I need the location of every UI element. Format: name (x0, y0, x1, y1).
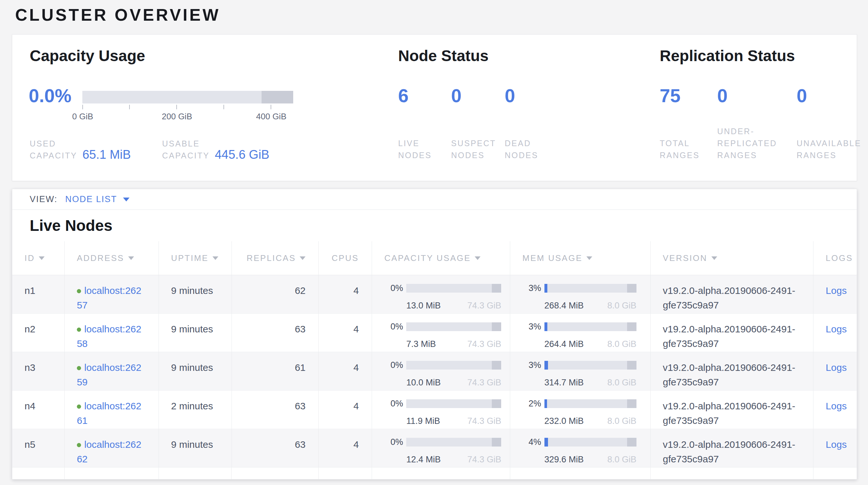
node-capacity-usage-cell: 0% 12.4 MiB74.3 GiB (372, 429, 510, 467)
axis-tick-label: 0 GiB (72, 112, 93, 121)
node-replicas-cell: 63 (232, 429, 319, 467)
capacity-mini-bar (406, 361, 501, 370)
capacity-usage-bar (82, 91, 293, 104)
logs-link[interactable]: Logs (826, 324, 847, 334)
column-header-version[interactable]: VERSION (651, 241, 814, 275)
column-header-id[interactable]: ID (12, 241, 65, 275)
node-id-cell: n1 (12, 275, 65, 313)
node-id-cell: n4 (12, 391, 65, 429)
dead-nodes-count: 0 (505, 86, 538, 106)
sort-arrow-icon (300, 256, 306, 260)
node-uptime-cell: 9 minutes (159, 352, 232, 390)
live-nodes-count: 6 (398, 86, 432, 106)
live-status-dot (77, 404, 81, 409)
node-uptime-cell: 2 minutes (159, 391, 232, 429)
node-address-link[interactable]: localhost:26262 (77, 439, 142, 464)
column-header-mem-usage[interactable]: MEM USAGE (510, 241, 651, 275)
live-status-dot (77, 366, 81, 370)
logs-link[interactable]: Logs (826, 401, 847, 411)
node-address-cell: localhost:26262 (65, 429, 159, 467)
column-header-capacity-usage[interactable]: CAPACITY USAGE (372, 241, 510, 275)
node-uptime-cell: 9 minutes (159, 429, 232, 467)
node-version-cell: v19.2.0-alpha.20190606-2491-gfe735c9a97 (651, 275, 814, 313)
node-list-card: VIEW: NODE LIST Live Nodes ID ADDRESS UP… (12, 189, 857, 480)
logs-link[interactable]: Logs (826, 285, 847, 296)
column-header-replicas[interactable]: REPLICAS (232, 241, 319, 275)
view-bar: VIEW: NODE LIST (12, 189, 857, 210)
used-capacity-value: 65.1 MiB (82, 148, 131, 161)
node-address-link[interactable]: localhost:26258 (77, 324, 142, 349)
node-cpus-cell: 4 (319, 275, 372, 313)
node-address-cell: localhost:26259 (65, 352, 159, 390)
node-uptime-cell: 9 minutes (159, 314, 232, 352)
node-replicas-cell: 63 (232, 391, 319, 429)
usable-capacity-value: 445.6 GiB (215, 148, 269, 161)
column-header-address[interactable]: ADDRESS (65, 241, 159, 275)
node-cpus-cell: 4 (319, 429, 372, 467)
logs-link[interactable]: Logs (826, 439, 847, 450)
table-header-row: ID ADDRESS UPTIME REPLICAS CPUS CAPACITY… (12, 241, 857, 275)
logs-link[interactable]: Logs (826, 362, 847, 373)
total-ranges-label: TOTAL RANGES (660, 137, 700, 161)
total-ranges-metric: 75 TOTAL RANGES (660, 86, 700, 161)
node-address-link[interactable]: localhost:26257 (77, 285, 142, 310)
table-row-partial (12, 467, 857, 480)
live-nodes-section-header: Live Nodes (12, 210, 857, 241)
capacity-mini-bar (406, 438, 501, 447)
node-address-cell: localhost:26257 (65, 275, 159, 313)
used-capacity-stat: USED CAPACITY 65.1 MiB (30, 138, 131, 162)
memory-mini-bar (545, 284, 637, 293)
cluster-summary-card: Capacity Usage 0.0% 0 GiB 200 GiB 400 Gi… (12, 34, 857, 181)
node-capacity-usage-cell: 0% 10.0 MiB74.3 GiB (372, 352, 510, 390)
node-capacity-usage-cell: 0% 13.0 MiB74.3 GiB (372, 275, 510, 313)
live-status-dot (77, 443, 81, 447)
sort-arrow-icon (128, 256, 134, 260)
sort-arrow-icon (711, 256, 717, 260)
live-nodes-label: LIVE NODES (398, 137, 432, 161)
node-version-cell: v19.2.0-alpha.20190606-2491-gfe735c9a97 (651, 352, 814, 390)
node-replicas-cell: 63 (232, 314, 319, 352)
node-cpus-cell: 4 (319, 391, 372, 429)
node-mem-usage-cell: 2% 232.0 MiB8.0 GiB (510, 391, 651, 429)
node-logs-cell: Logs (813, 275, 857, 313)
replication-status-heading: Replication Status (660, 46, 795, 66)
node-mem-usage-cell: 4% 329.6 MiB8.0 GiB (510, 429, 651, 467)
capacity-usage-heading: Capacity Usage (30, 46, 145, 66)
chevron-down-icon (123, 198, 129, 201)
node-logs-cell: Logs (813, 352, 857, 390)
view-label: VIEW: (30, 194, 58, 204)
sort-arrow-icon (213, 256, 218, 260)
table-row: n2 localhost:26258 9 minutes 63 4 0% 7.3… (12, 314, 857, 352)
node-id-cell: n5 (12, 429, 65, 467)
view-mode-dropdown[interactable]: NODE LIST (65, 194, 129, 204)
sort-arrow-icon (39, 256, 44, 260)
memory-mini-bar (545, 361, 637, 370)
cluster-overview-page: CLUSTER OVERVIEW Capacity Usage 0.0% 0 G… (0, 0, 868, 485)
under-replicated-ranges-metric: 0 UNDER- REPLICATED RANGES (717, 86, 777, 161)
unavailable-ranges-count: 0 (797, 86, 861, 106)
node-status-heading: Node Status (398, 46, 489, 66)
table-row: n3 localhost:26259 9 minutes 61 4 0% 10.… (12, 352, 857, 391)
axis-tick-label: 400 GiB (256, 112, 286, 121)
table-row: n1 localhost:26257 9 minutes 62 4 0% 13.… (12, 275, 857, 314)
column-header-uptime[interactable]: UPTIME (159, 241, 232, 275)
unavailable-ranges-label: UNAVAILABLE RANGES (797, 137, 861, 161)
sort-arrow-icon (475, 256, 480, 260)
node-address-link[interactable]: localhost:26261 (77, 401, 142, 426)
memory-mini-bar (545, 438, 637, 447)
usable-capacity-stat: USABLE CAPACITY 445.6 GiB (162, 138, 269, 162)
node-address-cell: localhost:26261 (65, 391, 159, 429)
node-capacity-usage-cell: 0% 11.9 MiB74.3 GiB (372, 391, 510, 429)
memory-mini-bar (545, 399, 637, 408)
node-capacity-usage-cell: 0% 7.3 MiB74.3 GiB (372, 314, 510, 352)
node-mem-usage-cell: 3% 268.4 MiB8.0 GiB (510, 275, 651, 313)
used-capacity-label: USED CAPACITY (30, 138, 77, 162)
capacity-mini-bar (406, 284, 501, 293)
node-address-link[interactable]: localhost:26259 (77, 362, 142, 387)
node-cpus-cell: 4 (319, 314, 372, 352)
dead-nodes-label: DEAD NODES (505, 137, 538, 161)
node-cpus-cell: 4 (319, 352, 372, 390)
node-replicas-cell: 62 (232, 275, 319, 313)
axis-tick-label: 200 GiB (162, 112, 192, 121)
capacity-used-percent: 0.0% (29, 86, 71, 106)
